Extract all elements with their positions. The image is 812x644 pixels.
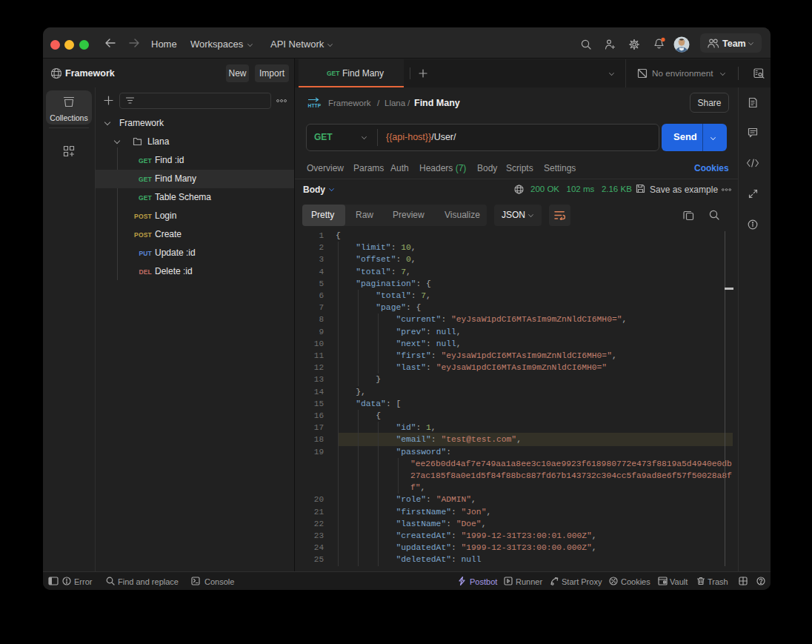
svg-text:HTTP: HTTP <box>308 103 322 108</box>
